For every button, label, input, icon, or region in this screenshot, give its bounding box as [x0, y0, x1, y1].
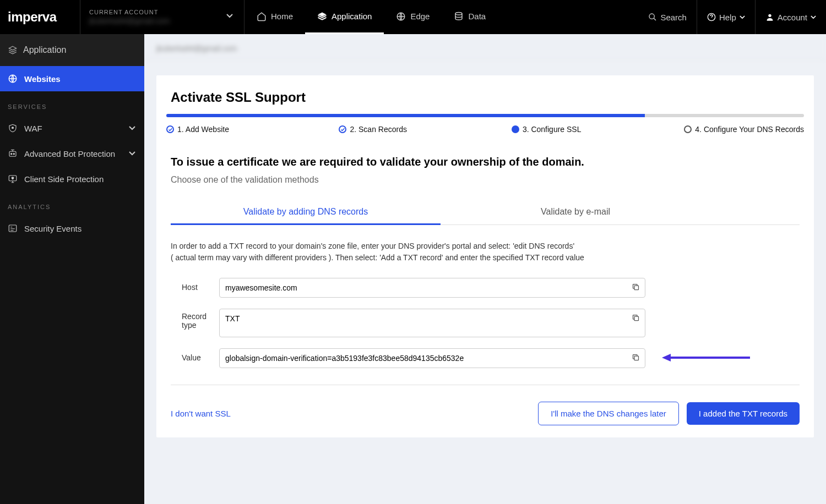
- step-active-icon: [512, 125, 519, 133]
- account-button[interactable]: Account: [755, 0, 826, 34]
- help-label: Help: [719, 13, 736, 22]
- nav-application[interactable]: Application: [305, 0, 384, 34]
- nav-home-label: Home: [271, 12, 293, 21]
- button-label: I'll make the DNS changes later: [551, 409, 666, 418]
- svg-rect-7: [9, 151, 16, 156]
- account-switch-label: CURRENT ACCOUNT: [89, 9, 235, 15]
- host-label: Host: [182, 278, 219, 292]
- value-label: Value: [182, 348, 219, 362]
- sidebar-item-abp[interactable]: Advanced Bot Protection: [0, 141, 144, 166]
- step-pending-icon: [684, 125, 692, 133]
- tab-validate-dns[interactable]: Validate by adding DNS records: [171, 200, 441, 225]
- section-subheading: Choose one of the validation methods: [171, 175, 800, 185]
- annotation-arrow: [662, 352, 750, 362]
- record-type-field[interactable]: TXT: [219, 309, 645, 337]
- copy-icon[interactable]: [632, 314, 640, 322]
- chevron-down-icon: [226, 14, 233, 18]
- instructions-line1: In order to add a TXT record to your dom…: [171, 240, 800, 252]
- nav-application-label: Application: [332, 12, 372, 21]
- added-txt-button[interactable]: I added the TXT records: [687, 402, 800, 425]
- copy-icon[interactable]: [632, 353, 640, 361]
- sidebar-heading-label: Application: [23, 45, 66, 55]
- sidebar-item-csp[interactable]: Client Side Protection: [0, 166, 144, 191]
- progress-bar: [166, 114, 804, 117]
- sidebar-item-label: Advanced Bot Protection: [24, 149, 115, 158]
- tab-validate-email[interactable]: Validate by e-mail: [441, 200, 710, 224]
- sidebar-item-security-events[interactable]: Security Events: [0, 216, 144, 241]
- sidebar-heading: Application: [0, 34, 144, 66]
- sidebar-section-analytics: ANALYTICS: [0, 191, 144, 216]
- sidebar-item-label: Client Side Protection: [24, 174, 104, 184]
- step-label: 2. Scan Records: [350, 125, 407, 134]
- svg-point-9: [13, 154, 14, 155]
- database-icon: [454, 12, 464, 21]
- svg-point-2: [649, 14, 654, 19]
- shield-icon: [8, 123, 18, 133]
- step-done-icon: [166, 125, 174, 133]
- svg-point-4: [768, 14, 771, 17]
- nav-edge-label: Edge: [410, 12, 430, 21]
- copy-icon[interactable]: [632, 283, 640, 291]
- button-label: I added the TXT records: [699, 409, 787, 418]
- svg-rect-14: [634, 356, 639, 360]
- globe-icon: [396, 12, 406, 21]
- account-switch-value: jkuberka94@gmail.com: [89, 17, 235, 25]
- record-type-label: Record type: [182, 309, 219, 330]
- account-switcher[interactable]: CURRENT ACCOUNT jkuberka94@gmail.com: [80, 0, 244, 34]
- sidebar-item-label: WAF: [24, 124, 42, 133]
- host-field[interactable]: myawesomesite.com: [219, 278, 645, 298]
- step-3: 3. Configure SSL: [512, 125, 684, 134]
- search-label: Search: [660, 13, 687, 22]
- search-button[interactable]: Search: [638, 0, 697, 34]
- nav-data-label: Data: [468, 12, 486, 21]
- instructions-line2: ( actual term may vary with different pr…: [171, 252, 800, 264]
- brand-text: imperva: [8, 9, 57, 25]
- svg-rect-13: [634, 316, 639, 321]
- bot-icon: [8, 149, 18, 158]
- monitor-shield-icon: [8, 174, 18, 184]
- chevron-down-icon: [740, 15, 745, 19]
- step-label: 3. Configure SSL: [523, 125, 582, 134]
- person-icon: [765, 13, 774, 21]
- sidebar-item-websites[interactable]: Websites: [0, 66, 144, 91]
- nav-home[interactable]: Home: [244, 0, 305, 34]
- help-button[interactable]: Help: [697, 0, 755, 34]
- no-ssl-link[interactable]: I don't want SSL: [171, 409, 231, 418]
- account-label: Account: [778, 13, 807, 22]
- sidebar-item-label: Security Events: [24, 224, 81, 233]
- search-icon: [648, 13, 657, 21]
- brand-logo[interactable]: imperva: [0, 0, 80, 34]
- home-icon: [257, 12, 267, 21]
- step-done-icon: [339, 125, 346, 133]
- tab-label: Validate by adding DNS records: [243, 207, 368, 216]
- value-field[interactable]: globalsign-domain-verification=a3b5193fe…: [219, 348, 645, 368]
- link-label: I don't want SSL: [171, 409, 231, 418]
- step-label: 4. Configure Your DNS Records: [695, 125, 804, 134]
- chevron-down-icon: [811, 15, 816, 19]
- sidebar-section-services: SERVICES: [0, 91, 144, 116]
- stack-icon: [317, 12, 327, 21]
- tab-label: Validate by e-mail: [541, 207, 610, 216]
- sidebar-item-waf[interactable]: WAF: [0, 116, 144, 141]
- breadcrumb: jkuberka94@gmail.com: [144, 34, 826, 59]
- svg-rect-12: [634, 286, 639, 290]
- main-card: Activate SSL Support 1. Add Website 2. S…: [156, 75, 814, 437]
- help-icon: [707, 13, 716, 21]
- dns-later-button[interactable]: I'll make the DNS changes later: [538, 402, 679, 425]
- step-2: 2. Scan Records: [339, 125, 511, 134]
- svg-marker-16: [662, 354, 671, 361]
- nav-edge[interactable]: Edge: [384, 0, 442, 34]
- nav-data[interactable]: Data: [442, 0, 498, 34]
- chevron-down-icon: [129, 126, 135, 130]
- stack-outline-icon: [8, 45, 18, 55]
- sidebar-item-label: Websites: [24, 74, 61, 84]
- svg-point-8: [11, 154, 12, 155]
- events-icon: [8, 223, 18, 233]
- step-label: 1. Add Website: [177, 125, 229, 134]
- progress-fill: [166, 114, 645, 117]
- svg-point-6: [12, 127, 14, 129]
- svg-point-1: [455, 12, 462, 15]
- globe-icon: [8, 74, 18, 84]
- step-4: 4. Configure Your DNS Records: [684, 125, 804, 134]
- chevron-down-icon: [129, 151, 135, 156]
